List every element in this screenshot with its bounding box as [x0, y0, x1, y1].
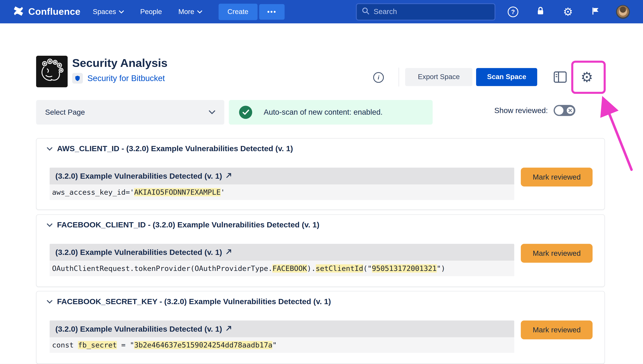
finding-page-link-label: (3.2.0) Example Vulnerabilities Detected…: [56, 172, 222, 180]
chevron-down-icon: [47, 145, 53, 152]
shield-icon: [72, 73, 83, 84]
export-space-button[interactable]: Export Space: [405, 68, 472, 86]
select-page-label: Select Page: [45, 108, 85, 117]
space-settings-button[interactable]: ⚙: [577, 68, 596, 86]
confluence-brand[interactable]: Confluence: [12, 5, 80, 19]
search-box[interactable]: [356, 3, 495, 20]
screenshot-viewport: Confluence Spaces People More Create •••: [0, 0, 643, 364]
gear-icon: ⚙: [580, 70, 593, 84]
title-block: Security Analysis Security for Bitbucket: [72, 56, 168, 84]
mark-reviewed-button[interactable]: Mark reviewed: [521, 320, 593, 339]
toggle-knob: [555, 106, 563, 115]
search-input[interactable]: [374, 7, 490, 16]
autoscan-banner: Auto-scan of new content: enabled.: [229, 100, 433, 124]
chevron-down-icon: [197, 10, 202, 13]
question-icon: ?: [508, 6, 518, 17]
finding-title: AWS_CLIENT_ID - (3.2.0) Example Vulnerab…: [57, 144, 293, 153]
chevron-down-icon: [209, 108, 215, 116]
create-button[interactable]: Create: [218, 4, 257, 20]
search-icon: [362, 7, 369, 16]
space-link[interactable]: Security for Bitbucket: [88, 74, 165, 83]
top-navbar: Confluence Spaces People More Create •••: [0, 0, 643, 23]
page-title: Security Analysis: [72, 56, 168, 70]
confluence-page: Confluence Spaces People More Create •••: [0, 0, 643, 364]
finding-page-link[interactable]: (3.2.0) Example Vulnerabilities Detected…: [50, 168, 514, 184]
finding-code-snippet: OAuthClientRequest.tokenProvider(OAuthPr…: [50, 261, 514, 276]
settings-button[interactable]: ⚙: [561, 5, 575, 19]
finding-title: FACEBOOK_SECRET_KEY - (3.2.0) Example Vu…: [57, 297, 331, 306]
nav-people[interactable]: People: [140, 8, 162, 16]
confluence-logo-icon: [12, 5, 25, 19]
whats-new-button[interactable]: [588, 5, 602, 19]
chevron-down-icon: [47, 221, 53, 229]
finding-collapse-row[interactable]: AWS_CLIENT_ID - (3.2.0) Example Vulnerab…: [47, 144, 293, 153]
finding-page-link[interactable]: (3.2.0) Example Vulnerabilities Detected…: [50, 244, 514, 261]
nav-spaces[interactable]: Spaces: [93, 8, 124, 16]
external-link-icon: [226, 248, 232, 256]
panels-icon: [554, 71, 567, 84]
page-header: Security Analysis Security for Bitbucket…: [36, 56, 605, 87]
external-link-icon: [226, 172, 232, 180]
show-reviewed-control: Show reviewed:: [494, 105, 575, 116]
check-icon: [239, 106, 252, 119]
nav-more-label: More: [178, 8, 194, 16]
nav-people-label: People: [140, 8, 162, 16]
finding-page-link[interactable]: (3.2.0) Example Vulnerabilities Detected…: [50, 320, 514, 337]
nav-spaces-label: Spaces: [93, 8, 116, 16]
finding-code-snippet: aws_access_key_id='AKIAIO5FODNN7EXAMPLE': [50, 184, 514, 200]
toggle-off-icon: [567, 107, 574, 114]
finding-collapse-row[interactable]: FACEBOOK_CLIENT_ID - (3.2.0) Example Vul…: [47, 220, 319, 230]
space-logo[interactable]: [36, 56, 68, 87]
select-page-dropdown[interactable]: Select Page: [36, 100, 225, 124]
finding-page-link-label: (3.2.0) Example Vulnerabilities Detected…: [56, 324, 222, 334]
finding-card-facebook-client-id: FACEBOOK_CLIENT_ID - (3.2.0) Example Vul…: [36, 214, 605, 287]
external-link-icon: [226, 325, 232, 332]
chevron-down-icon: [119, 10, 124, 13]
controls-row: Select Page Auto-scan of new content: en…: [36, 100, 605, 124]
info-button[interactable]: i: [373, 72, 384, 83]
autoscan-message: Auto-scan of new content: enabled.: [264, 108, 383, 117]
finding-page-link-label: (3.2.0) Example Vulnerabilities Detected…: [56, 248, 222, 257]
avatar: [616, 5, 630, 19]
finding-code-snippet: const fb_secret = "3b2e464637e5159024254…: [50, 337, 514, 353]
nav-more[interactable]: More: [178, 8, 202, 16]
show-reviewed-toggle[interactable]: [554, 105, 575, 116]
finding-card-aws-client-id: AWS_CLIENT_ID - (3.2.0) Example Vulnerab…: [36, 138, 605, 210]
sidebar-toggle-button[interactable]: [551, 69, 569, 86]
profile-menu[interactable]: [616, 5, 630, 19]
info-icon: i: [378, 74, 379, 81]
chevron-down-icon: [47, 298, 53, 306]
brand-name: Confluence: [28, 6, 80, 17]
help-button[interactable]: ?: [506, 5, 520, 19]
finding-card-facebook-secret-key: FACEBOOK_SECRET_KEY - (3.2.0) Example Vu…: [36, 291, 605, 364]
finding-collapse-row[interactable]: FACEBOOK_SECRET_KEY - (3.2.0) Example Vu…: [47, 297, 331, 306]
gear-icon: ⚙: [563, 6, 573, 17]
show-reviewed-label: Show reviewed:: [494, 106, 548, 115]
mark-reviewed-button[interactable]: Mark reviewed: [521, 244, 593, 263]
navbar-right: ? ⚙: [356, 3, 643, 20]
lock-icon: [536, 6, 545, 18]
scan-space-button[interactable]: Scan Space: [476, 68, 537, 86]
admin-lock-button[interactable]: [533, 5, 547, 19]
finding-title: FACEBOOK_CLIENT_ID - (3.2.0) Example Vul…: [57, 220, 319, 230]
space-breadcrumb: Security for Bitbucket: [72, 73, 168, 84]
flag-icon: [591, 6, 600, 17]
mark-reviewed-button[interactable]: Mark reviewed: [521, 168, 593, 186]
overflow-menu-button[interactable]: •••: [259, 4, 285, 20]
header-divider: [399, 68, 399, 86]
